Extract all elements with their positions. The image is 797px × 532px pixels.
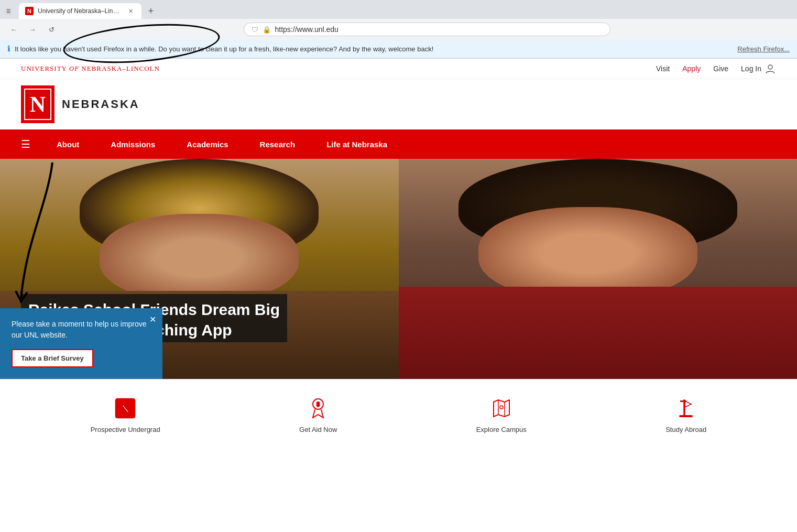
map-icon xyxy=(488,395,515,421)
tab-bar: ☰ N University of Nebraska–Lincoln ✕ + xyxy=(0,0,797,19)
main-nav: ☰ About Admissions Academics Research Li… xyxy=(0,129,797,159)
svg-text:$: $ xyxy=(316,401,320,407)
reload-button[interactable]: ↺ xyxy=(44,22,59,37)
give-link[interactable]: Give xyxy=(713,64,728,73)
quick-link-aid[interactable]: $ Get Aid Now xyxy=(299,395,337,433)
back-button[interactable]: ← xyxy=(6,22,21,37)
tab-favicon: N xyxy=(25,7,34,15)
active-tab[interactable]: N University of Nebraska–Lincoln ✕ xyxy=(19,3,141,19)
tab-close-button[interactable]: ✕ xyxy=(126,6,135,16)
notification-text: It looks like you haven't used Firefox i… xyxy=(15,45,733,53)
lock-icon: 🔒 xyxy=(263,26,271,34)
address-bar[interactable]: 🛡 🔒 https://www.unl.edu xyxy=(244,23,610,36)
logo-bar: N NEBRASKA xyxy=(0,79,797,129)
quick-link-campus[interactable]: Explore Campus xyxy=(476,395,527,433)
hero-section: Raikes School Friends Dream Big With Col… xyxy=(0,159,797,379)
abroad-icon xyxy=(673,395,699,421)
unl-website: UNIVERSITY of NEBRASKA–LINCOLN Visit App… xyxy=(0,59,797,449)
quick-links-section: N Prospective Undergrad $ Get Aid Now xyxy=(0,379,797,449)
university-wordmark: UNIVERSITY of NEBRASKA–LINCOLN xyxy=(21,64,160,73)
login-icon xyxy=(765,63,776,74)
quick-link-abroad-label: Study Abroad xyxy=(665,426,706,433)
new-tab-button[interactable]: + xyxy=(144,4,158,18)
url-text: https://www.unl.edu xyxy=(275,25,339,34)
browser-icon: ☰ xyxy=(4,7,13,15)
survey-button[interactable]: Take a Brief Survey xyxy=(12,349,93,367)
svg-point-7 xyxy=(500,406,503,409)
nav-life[interactable]: Life at Nebraska xyxy=(311,132,403,157)
login-area[interactable]: Log In xyxy=(741,63,776,74)
browser-window-controls: ☰ xyxy=(4,7,13,15)
shield-icon: 🛡 xyxy=(252,26,258,34)
quick-link-abroad[interactable]: Study Abroad xyxy=(665,395,706,433)
site-header-top: UNIVERSITY of NEBRASKA–LINCOLN Visit App… xyxy=(0,59,797,79)
n-logo-icon: N xyxy=(112,395,138,421)
survey-widget: ✕ Please take a moment to help us improv… xyxy=(0,308,162,379)
nav-admissions[interactable]: Admissions xyxy=(95,132,171,157)
forward-button[interactable]: → xyxy=(25,22,40,37)
login-label: Log In xyxy=(741,64,761,73)
svg-rect-10 xyxy=(680,416,692,417)
survey-text: Please take a moment to help us improve … xyxy=(12,319,151,341)
nav-about[interactable]: About xyxy=(41,132,95,157)
nav-research[interactable]: Research xyxy=(244,132,311,157)
visit-link[interactable]: Visit xyxy=(656,64,670,73)
svg-text:N: N xyxy=(121,402,130,416)
refresh-firefox-button[interactable]: Refresh Firefox... xyxy=(737,45,790,53)
quick-link-aid-label: Get Aid Now xyxy=(299,426,337,433)
n-logo[interactable]: N xyxy=(21,85,54,123)
hamburger-menu[interactable]: ☰ xyxy=(10,129,41,159)
quick-link-undergrad-label: Prospective Undergrad xyxy=(91,426,160,433)
survey-close-button[interactable]: ✕ xyxy=(149,314,156,324)
nav-academics[interactable]: Academics xyxy=(171,132,244,157)
notification-bar: ℹ It looks like you haven't used Firefox… xyxy=(0,40,797,58)
address-bar-row: ← → ↺ 🛡 🔒 https://www.unl.edu xyxy=(0,19,797,40)
svg-point-2 xyxy=(768,65,772,69)
svg-text:☰: ☰ xyxy=(6,9,10,14)
quick-link-undergrad[interactable]: N Prospective Undergrad xyxy=(91,395,160,433)
browser-chrome: ☰ N University of Nebraska–Lincoln ✕ + ←… xyxy=(0,0,797,59)
info-icon: ℹ xyxy=(7,44,10,53)
top-nav-links: Visit Apply Give Log In xyxy=(656,63,776,74)
tab-title: University of Nebraska–Lincoln xyxy=(38,7,122,15)
scholarship-icon: $ xyxy=(305,395,331,421)
nebraska-wordmark: NEBRASKA xyxy=(62,97,140,111)
quick-link-campus-label: Explore Campus xyxy=(476,426,527,433)
apply-link[interactable]: Apply xyxy=(682,64,701,73)
